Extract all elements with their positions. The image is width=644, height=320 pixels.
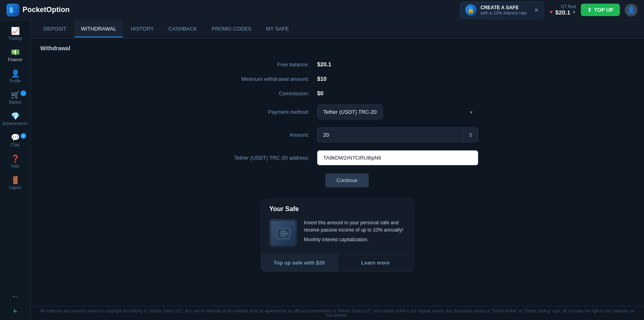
- sidebar-item-achievements[interactable]: 💎 Achievements: [0, 109, 30, 130]
- top-up-button[interactable]: ⬆ TOP UP: [581, 4, 620, 16]
- page-content: Withdrawal Free balance: $20.1 Minimum w…: [31, 39, 644, 306]
- sidebar-item-help[interactable]: ❓ Help: [0, 151, 30, 172]
- safe-body: Invest this amount in your personal safe…: [261, 216, 413, 254]
- free-balance-row: Free balance: $20.1: [196, 61, 478, 68]
- tab-cashback[interactable]: CASHBACK: [162, 21, 204, 37]
- balance-section: QT Real ▼ $20.1 ▼: [549, 4, 576, 16]
- main-layout: 📈 Trading 💵 Finance 👤 Profile 🛒 Market 💎…: [0, 20, 644, 320]
- svg-rect-1: [13, 7, 16, 13]
- amount-input[interactable]: [317, 127, 464, 142]
- svg-rect-5: [282, 228, 285, 230]
- finance-icon: 💵: [11, 49, 20, 56]
- logout-icon: 🚪: [11, 176, 20, 184]
- tab-my-safe[interactable]: MY SAFE: [260, 21, 295, 37]
- sidebar-label-trading: Trading: [8, 36, 22, 41]
- sidebar: 📈 Trading 💵 Finance 👤 Profile 🛒 Market 💎…: [0, 20, 31, 320]
- safe-image-inner: [271, 221, 295, 245]
- safe-footer: Top up safe with $20 Learn more: [261, 254, 413, 271]
- svg-point-4: [282, 232, 285, 235]
- withdrawal-form: Free balance: $20.1 Minimum withdrawal a…: [196, 61, 478, 187]
- top-nav-right: 🔒 CREATE A SAFE with a 10% interest rate…: [460, 2, 638, 18]
- sidebar-item-finance[interactable]: 💵 Finance: [0, 45, 30, 66]
- sidebar-logo-bottom: ⌞: [13, 304, 17, 314]
- sidebar-label-finance: Finance: [8, 57, 23, 62]
- commission-row: Commission: $0: [196, 90, 478, 96]
- sidebar-label-achievements: Achievements: [2, 121, 28, 126]
- payment-method-label: Payment method:: [196, 109, 317, 115]
- sidebar-label-logout: Logout: [9, 185, 21, 190]
- svg-point-6: [287, 233, 288, 234]
- sidebar-label-profile: Profile: [9, 79, 21, 83]
- min-withdrawal-value: $10: [317, 76, 326, 82]
- address-row: Tether (USDT) TRC-20 address:: [196, 150, 478, 165]
- logo-text: PocketOption: [23, 6, 70, 14]
- chat-badge: 4: [21, 133, 26, 139]
- tab-promo-codes[interactable]: PROMO CODES: [205, 21, 258, 37]
- banner-subtitle: with a 10% interest rate: [481, 10, 527, 15]
- sidebar-item-market[interactable]: 🛒 Market: [0, 87, 30, 109]
- amount-suffix: $: [464, 127, 478, 142]
- sidebar-item-chat[interactable]: 💬 4 Chat: [0, 130, 30, 151]
- trading-icon: 📈: [11, 27, 20, 35]
- top-up-safe-button[interactable]: Top up safe with $20: [261, 254, 338, 271]
- page-title: Withdrawal: [40, 45, 634, 51]
- min-withdrawal-label: Minimum withdrawal amount:: [196, 76, 317, 82]
- footer-text: All materials and services subject to co…: [40, 309, 634, 318]
- safe-text: Invest this amount in your personal safe…: [304, 219, 405, 246]
- sidebar-item-trading[interactable]: 📈 Trading: [0, 23, 30, 45]
- top-up-icon: ⬆: [587, 7, 592, 13]
- top-navigation: PocketOption 🔒 CREATE A SAFE with a 10% …: [0, 0, 644, 20]
- payment-method-select[interactable]: Tether (USDT) TRC-20 Bitcoin (BTC) Ether…: [317, 105, 383, 119]
- learn-more-button[interactable]: Learn more: [338, 254, 414, 271]
- account-type-label: QT Real: [561, 4, 576, 9]
- chat-icon: 💬: [11, 134, 20, 141]
- safe-image: [269, 219, 297, 247]
- address-input[interactable]: [317, 150, 478, 165]
- tab-history[interactable]: HISTORY: [124, 21, 160, 37]
- commission-label: Commission:: [196, 90, 317, 96]
- safe-section: Your Safe: [261, 199, 414, 272]
- continue-button[interactable]: Continue: [325, 173, 369, 187]
- tab-bar: DEPOSIT WITHDRAWAL HISTORY CASHBACK PROM…: [31, 20, 644, 39]
- banner-title: CREATE A SAFE: [481, 5, 527, 10]
- market-icon: 🛒: [11, 91, 20, 98]
- banner-text: CREATE A SAFE with a 10% interest rate: [481, 5, 527, 15]
- content-area: DEPOSIT WITHDRAWAL HISTORY CASHBACK PROM…: [31, 20, 644, 320]
- profile-icon: 👤: [11, 70, 20, 77]
- sidebar-label-chat: Chat: [11, 143, 19, 147]
- amount-input-group: $: [317, 127, 478, 142]
- continue-row: Continue: [196, 173, 478, 187]
- market-badge: [21, 90, 26, 96]
- banner-close-icon[interactable]: ✕: [534, 7, 539, 13]
- safe-banner-icon: 🔒: [465, 4, 477, 16]
- commission-value: $0: [317, 90, 324, 96]
- footer: All materials and services subject to co…: [31, 306, 644, 320]
- payment-method-wrapper: Tether (USDT) TRC-20 Bitcoin (BTC) Ether…: [317, 105, 478, 119]
- safe-header: Your Safe: [261, 199, 413, 216]
- tab-deposit[interactable]: DEPOSIT: [37, 21, 73, 37]
- safe-note: Monthly interest capitalization.: [304, 236, 405, 243]
- sidebar-label-market: Market: [9, 100, 21, 105]
- min-withdrawal-row: Minimum withdrawal amount: $10: [196, 76, 478, 82]
- create-safe-banner[interactable]: 🔒 CREATE A SAFE with a 10% interest rate…: [460, 2, 544, 18]
- amount-row: Amount: $: [196, 127, 478, 142]
- help-icon: ❓: [11, 155, 20, 162]
- sidebar-item-profile[interactable]: 👤 Profile: [0, 66, 30, 87]
- amount-label: Amount:: [196, 132, 317, 138]
- free-balance-value: $20.1: [317, 61, 331, 68]
- balance-dropdown-icon[interactable]: ▼: [572, 10, 576, 14]
- achievements-icon: 💎: [11, 113, 20, 120]
- sidebar-item-logout[interactable]: 🚪 Logout: [0, 172, 30, 194]
- avatar[interactable]: 👤: [625, 4, 638, 16]
- free-balance-label: Free balance:: [196, 62, 317, 68]
- svg-rect-0: [10, 7, 13, 13]
- logo: PocketOption: [6, 4, 70, 16]
- address-label: Tether (USDT) TRC-20 address:: [196, 155, 317, 161]
- sidebar-back-button[interactable]: ←: [8, 289, 22, 304]
- safe-description: Invest this amount in your personal safe…: [304, 219, 405, 234]
- logo-icon: [6, 4, 19, 16]
- tab-withdrawal[interactable]: WITHDRAWAL: [74, 21, 123, 37]
- payment-method-row: Payment method: Tether (USDT) TRC-20 Bit…: [196, 105, 478, 119]
- sidebar-label-help: Help: [11, 164, 19, 168]
- balance-amount: $20.1: [555, 9, 571, 16]
